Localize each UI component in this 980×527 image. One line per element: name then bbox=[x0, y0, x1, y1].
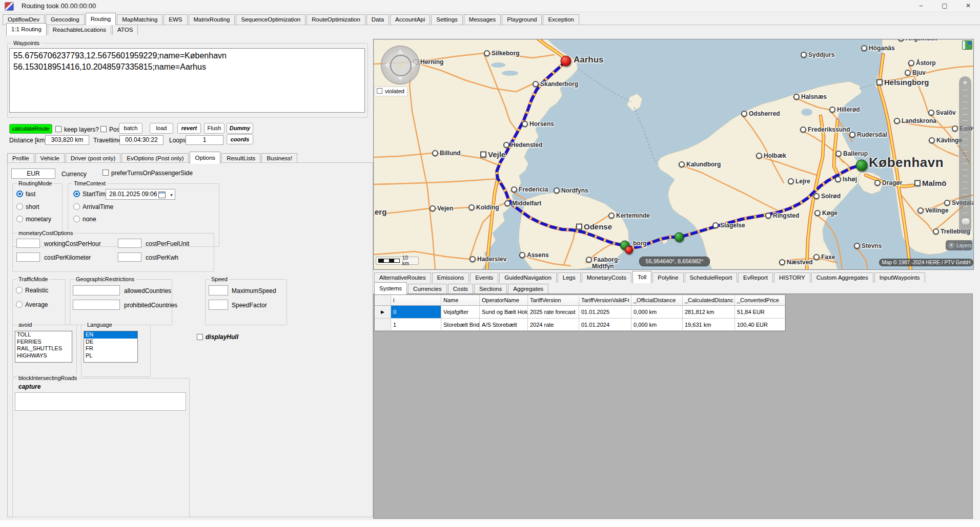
pan-right-icon[interactable] bbox=[412, 62, 416, 68]
avoid-item-rail-shuttles[interactable]: RAIL_SHUTTLES bbox=[15, 345, 72, 352]
tab-evreport[interactable]: EvReport bbox=[738, 272, 773, 283]
cell-i[interactable]: 1 bbox=[391, 319, 441, 331]
tab-currencies[interactable]: Currencies bbox=[408, 284, 447, 294]
radio-short[interactable] bbox=[16, 203, 23, 210]
route-marker-red-3[interactable] bbox=[625, 246, 633, 254]
calendar-icon[interactable] bbox=[158, 192, 166, 198]
tab-routing[interactable]: Routing bbox=[86, 13, 116, 25]
row-selector[interactable] bbox=[375, 319, 391, 331]
post-checkbox[interactable] bbox=[100, 126, 107, 132]
tab-resultlists[interactable]: ResultLists bbox=[221, 153, 260, 163]
cell-tariff[interactable]: 2025 rate forecast bbox=[528, 306, 579, 319]
tab-driver[interactable]: Driver (post only) bbox=[66, 153, 121, 163]
avoid-item-toll[interactable]: TOLL bbox=[15, 331, 72, 339]
grid-header-convertedprice[interactable]: _ConvertedPrice bbox=[735, 295, 785, 306]
cell-calculated[interactable]: 19,631 km bbox=[683, 319, 735, 331]
flush-button[interactable]: Flush bbox=[204, 123, 224, 134]
starttime-picker[interactable]: 28.01.2025 09:06 ▾ bbox=[106, 189, 175, 200]
cell-name[interactable]: Vejafgifter bbox=[441, 306, 480, 319]
tab-events[interactable]: Events bbox=[470, 272, 498, 283]
zoom-slider-thumb[interactable] bbox=[961, 218, 970, 225]
language-item-de[interactable]: DE bbox=[84, 339, 137, 346]
datepicker-dropdown-icon[interactable]: ▾ bbox=[170, 190, 173, 200]
allowed-countries-field[interactable] bbox=[73, 285, 120, 296]
grid-header-name[interactable]: Name bbox=[441, 295, 480, 306]
radio-none[interactable] bbox=[73, 216, 80, 222]
tab-options[interactable]: Options bbox=[190, 152, 220, 164]
cell-official[interactable]: 0,000 km bbox=[631, 306, 683, 319]
tab-reachablelocations[interactable]: ReachableLocations bbox=[48, 25, 111, 35]
cost-per-km-field[interactable] bbox=[16, 252, 40, 262]
grid-header-i[interactable]: i bbox=[391, 295, 441, 306]
language-item-pl[interactable]: PL bbox=[84, 352, 137, 360]
language-item-en[interactable]: EN bbox=[84, 331, 137, 339]
coords-button[interactable]: coords bbox=[227, 134, 253, 144]
capture-label[interactable]: capture bbox=[18, 383, 40, 390]
batch-button[interactable]: batch bbox=[119, 123, 142, 134]
zoom-slider[interactable]: + bbox=[959, 76, 971, 234]
avoid-item-ferries[interactable]: FERRIES bbox=[15, 339, 72, 346]
grid-header-tariffversionvalidfr[interactable]: TariffVersionValidFr bbox=[579, 295, 631, 306]
grid-header-operatorname[interactable]: OperatorName bbox=[480, 295, 528, 306]
cost-per-fuel-field[interactable] bbox=[118, 239, 141, 248]
cell-valid[interactable]: 01.01.2024 bbox=[579, 319, 631, 331]
prohibited-countries-field[interactable] bbox=[73, 300, 120, 310]
currency-field[interactable]: EUR bbox=[11, 168, 55, 179]
tab-history[interactable]: HISTORY bbox=[774, 272, 810, 283]
tab-guidednavigation[interactable]: GuidedNavigation bbox=[499, 272, 556, 283]
tab-alternativeroutes[interactable]: AlternativeRoutes bbox=[374, 272, 431, 283]
dummy-button[interactable]: Dummy bbox=[227, 123, 253, 134]
minimize-icon[interactable]: – bbox=[909, 0, 933, 12]
tab-schedulereport[interactable]: ScheduleReport bbox=[685, 272, 737, 283]
keep-layers-checkbox[interactable] bbox=[55, 126, 62, 132]
avoid-item-highways[interactable]: HIGHWAYS bbox=[15, 352, 72, 360]
violated-checkbox[interactable] bbox=[377, 88, 382, 94]
tab-custom-aggregates[interactable]: Custom Aggregates bbox=[811, 272, 873, 283]
cell-valid[interactable]: 01.01.2025 bbox=[579, 306, 631, 319]
radio-starttime[interactable] bbox=[73, 191, 80, 197]
table-row[interactable]: ▶ 0 Vejafgifter Sund og Bælt Holding A/S… bbox=[375, 306, 785, 319]
working-cost-field[interactable] bbox=[16, 239, 40, 248]
tab-costs[interactable]: Costs bbox=[448, 284, 473, 294]
tab-inputwaypoints[interactable]: InputWaypoints bbox=[874, 272, 925, 283]
pan-compass[interactable] bbox=[381, 46, 420, 85]
tab-aggregates[interactable]: Aggregates bbox=[508, 284, 548, 294]
distance-value-field[interactable]: 303,820 km bbox=[45, 135, 89, 145]
radio-realistic[interactable] bbox=[16, 287, 23, 293]
map-viewport[interactable]: HerningSilkeborgSyddjursHöganäsÄngelholm… bbox=[373, 39, 974, 270]
speed-factor-field[interactable] bbox=[209, 300, 228, 310]
tab-sections[interactable]: Sections bbox=[474, 284, 507, 294]
tab-monetarycosts[interactable]: MonetaryCosts bbox=[582, 272, 631, 283]
tab-evoptions[interactable]: EvOptions (Post only) bbox=[121, 153, 189, 163]
pan-up-icon[interactable] bbox=[397, 49, 403, 54]
pan-left-icon[interactable] bbox=[384, 62, 389, 68]
tab-toll[interactable]: Toll bbox=[632, 271, 651, 283]
panel-toggle-icon[interactable] bbox=[962, 40, 972, 50]
tab-profile[interactable]: Profile bbox=[7, 153, 34, 163]
radio-monetary[interactable] bbox=[16, 216, 23, 222]
cell-tariff[interactable]: 2024 rate bbox=[528, 319, 579, 331]
table-row[interactable]: 1 Storebælt Bridge A/S Storebælt 2024 ra… bbox=[375, 319, 785, 331]
grid-header-tariffversion[interactable]: TariffVersion bbox=[528, 295, 579, 306]
pan-down-icon[interactable] bbox=[397, 76, 403, 81]
cell-operator[interactable]: Sund og Bælt Holding A/S bbox=[480, 306, 528, 319]
tab-legs[interactable]: Legs bbox=[558, 272, 581, 283]
tab-vehicle[interactable]: Vehicle bbox=[35, 153, 65, 163]
radio-fast[interactable] bbox=[16, 191, 23, 197]
calculate-route-button[interactable]: calculateRoute bbox=[9, 124, 52, 134]
loops-value-field[interactable]: 1 bbox=[186, 135, 223, 145]
language-listbox[interactable]: EN DE FR PL bbox=[84, 331, 138, 363]
prefer-turns-checkbox[interactable] bbox=[103, 170, 109, 176]
cell-i[interactable]: 0 bbox=[391, 306, 441, 319]
avoid-listbox[interactable]: TOLL FERRIES RAIL_SHUTTLES HIGHWAYS bbox=[15, 331, 72, 363]
tab-atos[interactable]: ATOS bbox=[112, 25, 138, 35]
row-selector-arrow-icon[interactable]: ▶ bbox=[375, 306, 391, 319]
layers-button[interactable]: ▾ Layers bbox=[946, 240, 972, 250]
display-hull-checkbox[interactable] bbox=[197, 334, 203, 340]
route-marker-red-0[interactable] bbox=[561, 56, 571, 67]
waypoints-input[interactable]: 55.6756706237793,12.5675601959229;name=K… bbox=[9, 48, 365, 113]
traveltime-value-field[interactable]: 00.04:30:22 bbox=[119, 135, 164, 145]
tab-polyline[interactable]: Polyline bbox=[652, 272, 683, 283]
close-icon[interactable]: ✕ bbox=[956, 0, 980, 12]
tab-business[interactable]: Business! bbox=[261, 153, 297, 163]
